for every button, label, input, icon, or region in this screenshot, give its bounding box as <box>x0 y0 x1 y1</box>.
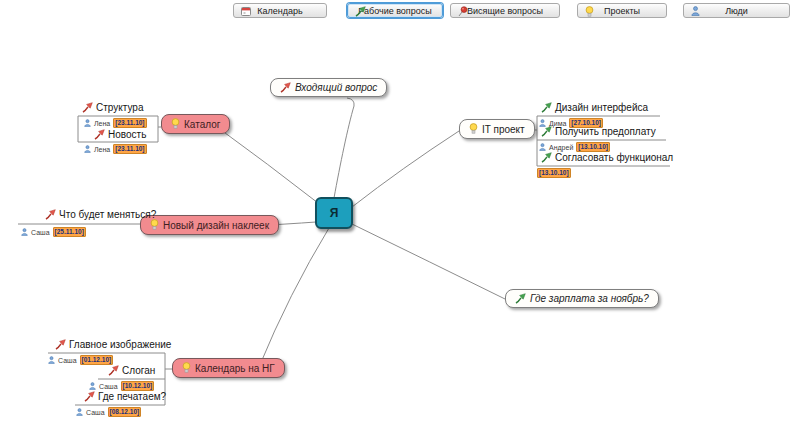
node-label: IT проект <box>482 124 525 135</box>
node-ny-calendar[interactable]: Календарь на НГ <box>172 358 285 378</box>
topic-what-will-change[interactable]: Что будет меняться? <box>45 209 156 220</box>
person-name: Лена <box>94 146 110 153</box>
person-name: Саша <box>58 357 77 364</box>
toolbar-button-label: Проекты <box>604 6 640 16</box>
date-badge: [13.10.10] <box>576 142 610 152</box>
node-label: Где зарплата за ноябрь? <box>530 293 649 304</box>
topic-label: Получить предоплату <box>555 126 656 137</box>
lightbulb-icon <box>171 118 180 130</box>
person-icon <box>84 119 91 127</box>
red-arrow-icon <box>94 129 105 140</box>
topic-label: Дизайн интерфейса <box>555 102 648 113</box>
red-arrow-icon <box>82 102 93 113</box>
mindmap-app: Календарь Рабочие вопросы Висящие вопрос… <box>0 0 800 427</box>
date-badge: [25.11.10] <box>53 227 86 237</box>
topic-where-to-print-meta: Саша [08.12.10] <box>76 407 141 417</box>
toolbar-button-label: Люди <box>725 6 748 16</box>
wire-root-to-incoming <box>334 98 354 198</box>
date-badge: [10.12.10] <box>121 381 155 391</box>
topic-main-image-meta: Саша [01.12.10] <box>48 355 113 365</box>
node-label: Входящий вопрос <box>295 82 377 93</box>
person-name: Саша <box>86 409 105 416</box>
lightbulb-icon <box>585 6 594 18</box>
topic-slogan-meta: Саша [10.12.10] <box>89 381 154 391</box>
person-icon <box>21 228 28 236</box>
red-arrow-icon <box>45 209 56 220</box>
red-arrow-icon <box>108 365 119 376</box>
wire-root-to-ny-calendar <box>259 228 329 367</box>
topic-what-will-change-meta: Саша [25.11.10] <box>21 227 86 237</box>
date-badge: [23.11.10] <box>113 118 146 128</box>
topic-approve-functionality-meta: [13.10.10] <box>537 168 571 178</box>
topic-structure[interactable]: Структура <box>82 102 143 113</box>
calendar-icon <box>241 6 251 16</box>
topic-label: Что будет меняться? <box>59 209 156 220</box>
toolbar-button-projects[interactable]: Проекты <box>577 3 667 18</box>
red-arrow-icon <box>55 339 66 350</box>
red-pin-icon <box>458 6 468 17</box>
toolbar-button-hanging-questions[interactable]: Висящие вопросы <box>450 3 560 18</box>
lightbulb-icon <box>150 219 159 231</box>
node-label: Новый дизайн наклеек <box>163 220 269 231</box>
topic-label: Структура <box>96 102 143 113</box>
green-arrow-icon <box>541 126 552 137</box>
topic-label: Новость <box>108 129 146 140</box>
topic-label: Где печатаем? <box>98 391 166 402</box>
person-icon <box>48 356 55 364</box>
topic-where-to-print[interactable]: Где печатаем? <box>84 391 166 402</box>
topic-label: Согласовать функционал <box>555 152 673 163</box>
person-name: Лена <box>94 120 110 127</box>
node-catalog[interactable]: Каталог <box>161 114 230 134</box>
node-it-project[interactable]: IT проект <box>459 119 535 139</box>
wire-root-to-salary <box>352 224 505 299</box>
wire-root-to-catalog <box>217 127 318 203</box>
topic-news-meta: Лена [23.11.10] <box>84 144 147 154</box>
toolbar-button-label: Календарь <box>257 6 302 16</box>
person-name: Саша <box>31 229 50 236</box>
topic-get-prepayment[interactable]: Получить предоплату <box>541 126 656 137</box>
red-arrow-icon <box>280 82 291 93</box>
person-name: Андрей <box>549 144 573 151</box>
green-arrow-icon <box>541 102 552 113</box>
wire-stickers-child <box>18 224 141 226</box>
topic-approve-functionality[interactable]: Согласовать функционал <box>541 152 673 163</box>
wire-root-to-it-project <box>352 131 459 207</box>
red-arrow-icon <box>84 391 95 402</box>
topic-main-image[interactable]: Главное изображение <box>55 339 171 350</box>
person-icon <box>76 408 83 416</box>
date-badge: [01.12.10] <box>80 355 114 365</box>
lightbulb-icon <box>469 123 478 135</box>
topic-label: Главное изображение <box>69 339 171 350</box>
node-salary-question[interactable]: Где зарплата за ноябрь? <box>505 289 659 308</box>
person-icon <box>539 143 546 151</box>
toolbar-button-people[interactable]: Люди <box>683 3 790 18</box>
topic-get-prepayment-meta: Андрей [13.10.10] <box>539 142 610 152</box>
topic-label: Слоган <box>122 365 155 376</box>
date-badge: [13.10.10] <box>537 168 571 178</box>
date-badge: [23.11.10] <box>113 144 146 154</box>
toolbar-button-work-questions[interactable]: Рабочие вопросы <box>347 3 443 18</box>
node-incoming-question[interactable]: Входящий вопрос <box>270 78 387 97</box>
topic-structure-meta: Лена [23.11.10] <box>84 118 147 128</box>
topic-news[interactable]: Новость <box>94 129 146 140</box>
root-label: Я <box>330 206 339 220</box>
date-badge: [08.12.10] <box>108 407 142 417</box>
node-root-me[interactable]: Я <box>315 197 353 229</box>
person-icon <box>84 145 91 153</box>
node-label: Каталог <box>184 119 220 130</box>
topic-interface-design[interactable]: Дизайн интерфейса <box>541 102 648 113</box>
green-arrow-icon <box>355 6 366 17</box>
toolbar-button-label: Рабочие вопросы <box>358 6 431 16</box>
person-icon <box>89 382 96 390</box>
green-arrow-icon <box>515 293 526 304</box>
toolbar-button-label: Висящие вопросы <box>467 6 543 16</box>
node-sticker-design[interactable]: Новый дизайн наклеек <box>140 215 279 235</box>
green-arrow-icon <box>541 152 552 163</box>
topic-slogan[interactable]: Слоган <box>108 365 155 376</box>
lightbulb-icon <box>182 362 191 374</box>
person-name: Саша <box>99 383 118 390</box>
person-icon <box>691 6 700 16</box>
node-label: Календарь на НГ <box>195 363 275 374</box>
toolbar-button-calendar[interactable]: Календарь <box>233 3 327 18</box>
